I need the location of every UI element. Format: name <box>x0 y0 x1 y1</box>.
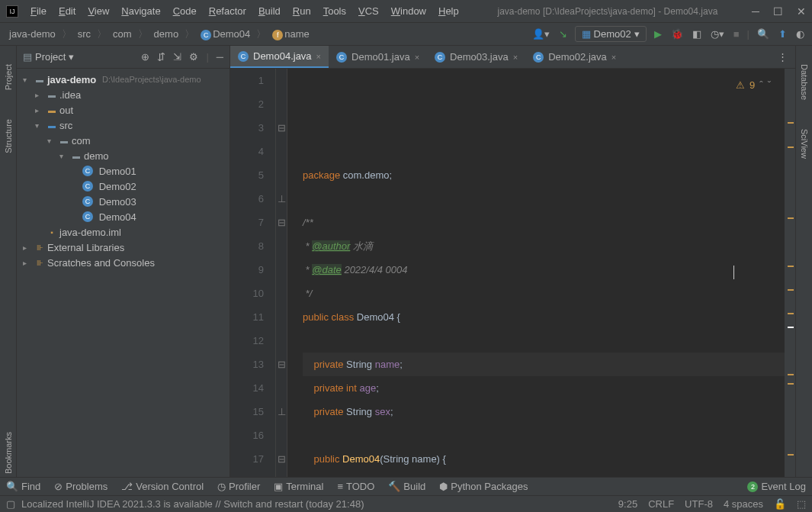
close-button[interactable]: ✕ <box>797 5 806 18</box>
error-stripe[interactable] <box>785 69 795 477</box>
menu-window[interactable]: Window <box>387 4 431 18</box>
right-tab-sciview[interactable]: SciView <box>798 126 810 162</box>
memory-indicator-icon[interactable]: ⬚ <box>797 498 806 510</box>
breadcrumb-item[interactable]: com <box>110 27 135 41</box>
debug-button[interactable]: 🐞 <box>669 27 685 41</box>
tree-node[interactable]: C Demo02 <box>17 179 229 194</box>
status-message[interactable]: Localized IntelliJ IDEA 2021.3.3 is avai… <box>21 498 364 510</box>
update-icon[interactable]: ⬆ <box>777 27 788 41</box>
tabs-more-icon[interactable]: ⋮ <box>770 51 795 63</box>
menu-code[interactable]: Code <box>168 4 201 18</box>
run-button[interactable]: ▶ <box>653 27 663 41</box>
ide-settings-icon[interactable]: ◐ <box>794 27 806 41</box>
search-everywhere-icon[interactable]: 🔍 <box>756 27 771 41</box>
tool-window-toggle-icon[interactable]: ▢ <box>6 498 15 510</box>
close-tab-icon[interactable]: × <box>611 53 616 62</box>
code-area[interactable]: ⚠ 9 ˆ ˇ package com.demo; /** * @author … <box>287 69 785 477</box>
tree-node[interactable]: ▾▬src <box>17 118 229 133</box>
maximize-button[interactable]: ☐ <box>773 5 783 18</box>
collapse-all-icon[interactable]: ⇲ <box>173 51 181 63</box>
left-tab-project[interactable]: Project <box>2 61 14 93</box>
tree-external-libraries[interactable]: ▸⊪External Libraries <box>17 240 229 255</box>
run-config-label: Demo02 <box>594 28 631 40</box>
menu-navigate[interactable]: Navigate <box>117 4 165 18</box>
tree-root[interactable]: ▾▬java-demo D:\IdeaProjects\java-demo <box>17 72 229 87</box>
editor-tab[interactable]: CDemo01.java× <box>329 46 427 68</box>
project-view-icon: ▤ <box>23 51 32 63</box>
bottom-tool-problems[interactable]: ⊘Problems <box>54 481 108 492</box>
close-tab-icon[interactable]: × <box>415 53 419 62</box>
line-number-gutter[interactable]: 123456789101112131415161720 <box>230 69 276 477</box>
caret-position[interactable]: 9:25 <box>618 498 637 510</box>
stop-button[interactable]: ■ <box>732 27 741 41</box>
readonly-lock-icon[interactable]: 🔓 <box>774 498 786 510</box>
coverage-button[interactable]: ◧ <box>691 27 703 41</box>
gear-icon[interactable]: ⚙ <box>189 51 198 63</box>
run-config-dropdown[interactable]: ▦ Demo02 ▾ <box>575 26 647 42</box>
menu-build[interactable]: Build <box>254 4 285 18</box>
tree-scratches[interactable]: ▸⊪Scratches and Consoles <box>17 255 229 270</box>
menu-tools[interactable]: Tools <box>319 4 351 18</box>
tree-node[interactable]: ▸▬.idea <box>17 87 229 102</box>
breadcrumb-item[interactable]: fname <box>269 27 313 42</box>
fold-gutter[interactable]: ⊟⊥⊟⊟⊥⊟ <box>276 69 287 477</box>
left-tab-structure[interactable]: Structure <box>2 116 14 156</box>
menu-refactor[interactable]: Refactor <box>204 4 251 18</box>
tree-node[interactable]: ▪java-demo.iml <box>17 224 229 240</box>
bottom-tool-version-control[interactable]: ⎇Version Control <box>121 481 204 492</box>
editor-tab[interactable]: CDemo02.java× <box>525 46 624 68</box>
menu-view[interactable]: View <box>83 4 114 18</box>
expand-all-icon[interactable]: ⇵ <box>157 51 165 63</box>
bottom-tool-find[interactable]: 🔍Find <box>6 481 40 492</box>
breadcrumb-separator: 〉 <box>62 27 72 41</box>
right-tab-database[interactable]: Database <box>798 61 810 103</box>
bottom-tool-terminal[interactable]: ▣Terminal <box>274 481 323 492</box>
chevron-up-icon[interactable]: ˆ <box>759 73 762 97</box>
event-log-button[interactable]: 2Event Log <box>747 481 806 492</box>
add-user-icon[interactable]: 👤▾ <box>531 27 551 41</box>
tree-node[interactable]: C Demo04 <box>17 209 229 224</box>
locate-icon[interactable]: ⊕ <box>141 51 149 63</box>
project-tool-window: ▤ Project ▾ ⊕ ⇵ ⇲ ⚙ | ─ ▾▬java-demo D:\I… <box>17 46 230 477</box>
breadcrumb-item[interactable]: demo <box>151 27 182 41</box>
tree-node[interactable]: ▸▬out <box>17 102 229 118</box>
tree-node[interactable]: ▾▬demo <box>17 148 229 163</box>
menu-edit[interactable]: Edit <box>54 4 80 18</box>
breadcrumb-separator: 〉 <box>138 27 148 41</box>
breadcrumb-separator: 〉 <box>256 27 266 41</box>
indent-settings[interactable]: 4 spaces <box>724 498 763 510</box>
status-bar: ▢ Localized IntelliJ IDEA 2021.3.3 is av… <box>0 495 812 512</box>
file-encoding[interactable]: UTF-8 <box>685 498 713 510</box>
close-tab-icon[interactable]: × <box>316 52 321 61</box>
minimize-button[interactable]: ─ <box>752 5 759 18</box>
breadcrumb-item[interactable]: src <box>75 27 94 41</box>
bottom-tool-todo[interactable]: ≡TODO <box>337 481 374 492</box>
bottom-tool-python-packages[interactable]: ⬢Python Packages <box>439 481 528 492</box>
tree-node[interactable]: ▾▬com <box>17 133 229 148</box>
menu-file[interactable]: File <box>26 4 51 18</box>
menubar: FileEditViewNavigateCodeRefactorBuildRun… <box>26 4 464 18</box>
build-hammer-icon[interactable]: ↘ <box>557 27 569 41</box>
bottom-tool-profiler[interactable]: ◷Profiler <box>217 481 260 492</box>
bottom-tool-build[interactable]: 🔨Build <box>388 481 425 492</box>
tree-node[interactable]: C Demo01 <box>17 163 229 179</box>
menu-run[interactable]: Run <box>288 4 316 18</box>
inspections-widget[interactable]: ⚠ 9 ˆ ˇ <box>736 73 771 97</box>
titlebar: IJ FileEditViewNavigateCodeRefactorBuild… <box>0 0 812 23</box>
menu-help[interactable]: Help <box>434 4 464 18</box>
hide-panel-icon[interactable]: ─ <box>217 51 223 63</box>
editor-tab[interactable]: CDemo04.java× <box>230 46 329 68</box>
breadcrumb-item[interactable]: java-demo <box>6 27 59 41</box>
menu-vcs[interactable]: VCS <box>354 4 384 18</box>
chevron-down-icon[interactable]: ▾ <box>69 51 74 63</box>
chevron-down-icon[interactable]: ˇ <box>768 73 771 97</box>
profiler-button[interactable]: ◷▾ <box>709 27 726 41</box>
close-tab-icon[interactable]: × <box>513 53 518 62</box>
project-tree[interactable]: ▾▬java-demo D:\IdeaProjects\java-demo▸▬.… <box>17 69 229 477</box>
tree-node[interactable]: C Demo03 <box>17 194 229 209</box>
line-separator[interactable]: CRLF <box>648 498 674 510</box>
breadcrumb-item[interactable]: CDemo04 <box>197 27 253 42</box>
editor-tab[interactable]: CDemo03.java× <box>427 46 525 68</box>
right-tool-strip: DatabaseSciView <box>795 46 812 477</box>
left-tab-bookmarks[interactable]: Bookmarks <box>2 429 14 477</box>
